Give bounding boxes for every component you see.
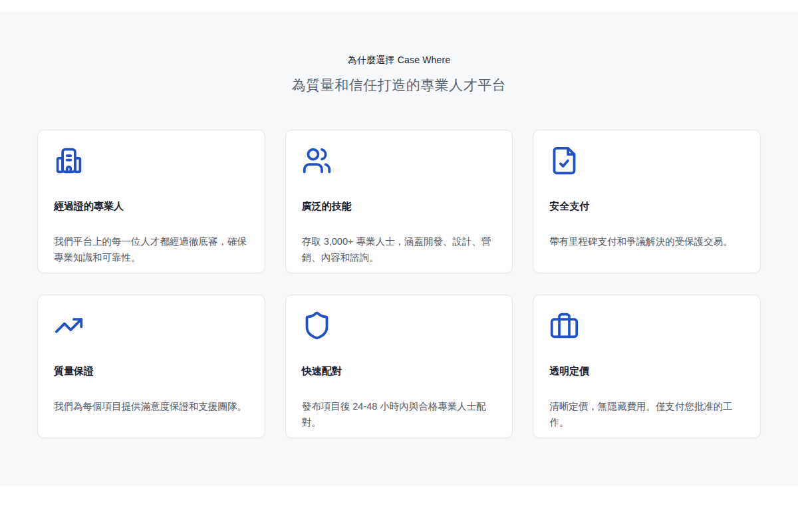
- feature-card-transparent-pricing: 透明定價 清晰定價，無隱藏費用。僅支付您批准的工作。: [533, 295, 761, 438]
- trending-up-icon: [54, 311, 84, 340]
- page-top-spacer: [0, 0, 798, 12]
- feature-description: 清晰定價，無隱藏費用。僅支付您批准的工作。: [549, 398, 744, 430]
- feature-title: 快速配對: [302, 365, 497, 378]
- section-eyebrow: 為什麼選擇 Case Where: [37, 55, 761, 66]
- briefcase-icon: [549, 311, 579, 340]
- feature-title: 透明定價: [549, 365, 744, 378]
- feature-description: 發布項目後 24-48 小時內與合格專業人士配對。: [302, 398, 497, 430]
- feature-title: 質量保證: [54, 365, 249, 378]
- feature-card-secure-payment: 安全支付 帶有里程碑支付和爭議解決的受保護交易。: [533, 130, 761, 273]
- building-icon: [54, 146, 84, 176]
- feature-title: 廣泛的技能: [302, 200, 497, 213]
- shield-icon: [302, 311, 332, 340]
- feature-description: 我們為每個項目提供滿意度保證和支援團隊。: [54, 398, 249, 414]
- feature-card-quality-guarantee: 質量保證 我們為每個項目提供滿意度保證和支援團隊。: [37, 295, 265, 438]
- feature-description: 帶有里程碑支付和爭議解決的受保護交易。: [549, 233, 744, 249]
- feature-description: 存取 3,000+ 專業人士，涵蓋開發、設計、營銷、內容和諮詢。: [302, 233, 497, 265]
- features-section: 為什麼選擇 Case Where 為質量和信任打造的專業人才平台 經過證的專業人: [0, 12, 798, 486]
- features-grid: 經過證的專業人 我們平台上的每一位人才都經過徹底審，確保專業知識和可靠性。 廣泛…: [37, 130, 761, 438]
- feature-title: 安全支付: [549, 200, 744, 213]
- feature-card-wide-skills: 廣泛的技能 存取 3,000+ 專業人士，涵蓋開發、設計、營銷、內容和諮詢。: [285, 130, 513, 273]
- feature-card-fast-matching: 快速配對 發布項目後 24-48 小時內與合格專業人士配對。: [285, 295, 513, 438]
- features-container: 為什麼選擇 Case Where 為質量和信任打造的專業人才平台 經過證的專業人: [37, 55, 761, 438]
- users-icon: [302, 146, 332, 176]
- feature-card-verified-professionals: 經過證的專業人 我們平台上的每一位人才都經過徹底審，確保專業知識和可靠性。: [37, 130, 265, 273]
- feature-title: 經過證的專業人: [54, 200, 249, 213]
- section-header: 為什麼選擇 Case Where 為質量和信任打造的專業人才平台: [37, 55, 761, 94]
- feature-description: 我們平台上的每一位人才都經過徹底審，確保專業知識和可靠性。: [54, 233, 249, 265]
- file-check-icon: [549, 146, 579, 176]
- section-title: 為質量和信任打造的專業人才平台: [37, 76, 761, 94]
